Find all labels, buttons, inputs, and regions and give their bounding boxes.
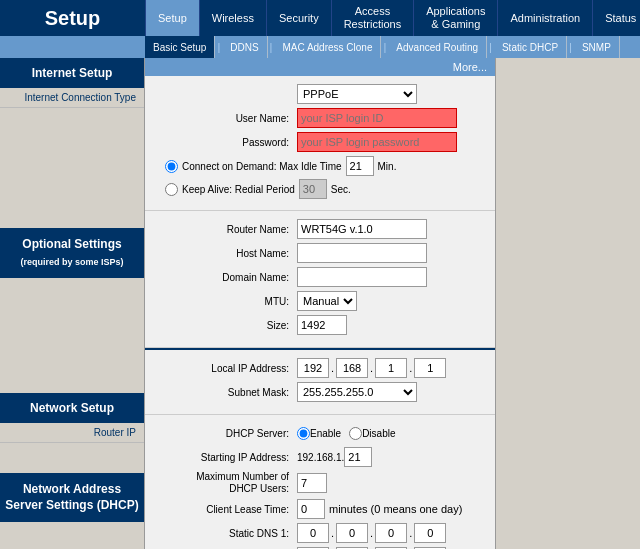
app-title: Setup (0, 7, 145, 30)
password-label: Password: (157, 137, 297, 148)
dns1-3[interactable] (375, 523, 407, 543)
dhcp-section: DHCP Server: Enable Disable Starting IP … (145, 415, 495, 549)
starting-ip-input[interactable] (344, 447, 372, 467)
main-layout: Internet Setup Internet Connection Type … (0, 58, 640, 549)
internet-setup-section: PPPoE User Name: Password: Connect on De… (145, 76, 495, 211)
more-bar[interactable]: More... (145, 58, 495, 76)
dhcp-enable-label: Enable (310, 428, 341, 439)
redial-input[interactable] (299, 179, 327, 199)
subnet-label: Subnet Mask: (157, 387, 297, 398)
sidebar-internet-section: Internet Setup (0, 58, 144, 88)
sidebar-internet-type: Internet Connection Type (0, 88, 144, 108)
connection-type-row: PPPoE (157, 84, 483, 104)
dns1-2[interactable] (336, 523, 368, 543)
password-input[interactable] (297, 132, 457, 152)
redial-unit: Sec. (331, 184, 351, 195)
main-content: More... PPPoE User Name: Password: (145, 58, 495, 549)
size-label: Size: (157, 320, 297, 331)
subnet-row: Subnet Mask: 255.255.255.0 (157, 382, 483, 402)
host-name-label: Host Name: (157, 248, 297, 259)
nav-setup[interactable]: Setup (145, 0, 199, 36)
dhcp-enable-group: Enable Disable (297, 427, 396, 440)
starting-ip-prefix: 192.168.1. (297, 452, 344, 463)
nav-access[interactable]: AccessRestrictions (331, 0, 413, 36)
max-users-row: Maximum Number ofDHCP Users: (157, 471, 483, 495)
header: Setup Setup Wireless Security AccessRest… (0, 0, 640, 36)
local-ip-4[interactable] (414, 358, 446, 378)
size-row: Size: (157, 315, 483, 335)
domain-name-row: Domain Name: (157, 267, 483, 287)
sidebar: Internet Setup Internet Connection Type … (0, 58, 145, 549)
dhcp-disable-label: Disable (362, 428, 395, 439)
sidebar-dhcp-section: Network AddressServer Settings (DHCP) (0, 473, 144, 523)
dns1-group: . . . (297, 523, 446, 543)
main-nav: Setup Wireless Security AccessRestrictio… (145, 0, 640, 36)
local-ip-1[interactable] (297, 358, 329, 378)
keep-alive-label: Keep Alive: Redial Period (182, 184, 295, 195)
local-ip-group: . . . (297, 358, 446, 378)
router-name-row: Router Name: (157, 219, 483, 239)
idle-time-input[interactable] (346, 156, 374, 176)
host-name-input[interactable] (297, 243, 427, 263)
sidebar-router-ip: Router IP (0, 423, 144, 443)
domain-name-input[interactable] (297, 267, 427, 287)
connection-type-select[interactable]: PPPoE (297, 84, 417, 104)
password-row: Password: (157, 132, 483, 152)
nav-apps[interactable]: Applications& Gaming (413, 0, 497, 36)
lease-time-suffix: minutes (0 means one day) (329, 503, 462, 515)
subnav-staticdhcp[interactable]: Static DHCP (494, 36, 567, 58)
optional-settings-section: Router Name: Host Name: Domain Name: MTU… (145, 211, 495, 348)
mtu-select[interactable]: Manual Auto (297, 291, 357, 311)
domain-name-label: Domain Name: (157, 272, 297, 283)
dns1-row: Static DNS 1: . . . (157, 523, 483, 543)
max-users-input[interactable] (297, 473, 327, 493)
subnav-basic[interactable]: Basic Setup (145, 36, 215, 58)
router-name-input[interactable] (297, 219, 427, 239)
right-panel (495, 58, 640, 549)
nav-admin[interactable]: Administration (497, 0, 592, 36)
username-row: User Name: (157, 108, 483, 128)
connect-demand-label: Connect on Demand: Max Idle Time (182, 161, 342, 172)
local-ip-2[interactable] (336, 358, 368, 378)
username-input[interactable] (297, 108, 457, 128)
subnav-ddns[interactable]: DDNS (222, 36, 267, 58)
local-ip-label: Local IP Address: (157, 363, 297, 374)
subnav-mac[interactable]: MAC Address Clone (274, 36, 381, 58)
dhcp-disable-radio[interactable] (349, 427, 362, 440)
mtu-label: MTU: (157, 296, 297, 307)
host-name-row: Host Name: (157, 243, 483, 263)
local-ip-3[interactable] (375, 358, 407, 378)
subnav-snmp[interactable]: SNMP (574, 36, 620, 58)
keep-alive-row: Keep Alive: Redial Period Sec. (157, 179, 483, 199)
sidebar-optional-section: Optional Settings(required by some ISPs) (0, 228, 144, 278)
size-input[interactable] (297, 315, 347, 335)
nav-security[interactable]: Security (266, 0, 331, 36)
router-name-label: Router Name: (157, 224, 297, 235)
connect-demand-row: Connect on Demand: Max Idle Time Min. (157, 156, 483, 176)
subnav-routing[interactable]: Advanced Routing (388, 36, 487, 58)
connect-demand-radio[interactable] (165, 160, 178, 173)
nav-wireless[interactable]: Wireless (199, 0, 266, 36)
network-setup-section: Local IP Address: . . . Subnet Mask: 255… (145, 348, 495, 415)
dns1-4[interactable] (414, 523, 446, 543)
dns1-1[interactable] (297, 523, 329, 543)
mtu-row: MTU: Manual Auto (157, 291, 483, 311)
lease-time-label: Client Lease Time: (157, 504, 297, 515)
nav-status[interactable]: Status (592, 0, 640, 36)
max-users-label: Maximum Number ofDHCP Users: (157, 471, 297, 495)
dhcp-server-row: DHCP Server: Enable Disable (157, 423, 483, 443)
sub-nav: Basic Setup | DDNS | MAC Address Clone |… (0, 36, 640, 58)
lease-time-row: Client Lease Time: minutes (0 means one … (157, 499, 483, 519)
dns1-label: Static DNS 1: (157, 528, 297, 539)
sidebar-network-section: Network Setup (0, 393, 144, 423)
dhcp-enable-radio[interactable] (297, 427, 310, 440)
local-ip-row: Local IP Address: . . . (157, 358, 483, 378)
idle-time-unit: Min. (378, 161, 397, 172)
subnet-select[interactable]: 255.255.255.0 (297, 382, 417, 402)
username-label: User Name: (157, 113, 297, 124)
starting-ip-row: Starting IP Address: 192.168.1. (157, 447, 483, 467)
keep-alive-radio[interactable] (165, 183, 178, 196)
dhcp-server-label: DHCP Server: (157, 428, 297, 439)
starting-ip-label: Starting IP Address: (157, 452, 297, 463)
lease-time-input[interactable] (297, 499, 325, 519)
